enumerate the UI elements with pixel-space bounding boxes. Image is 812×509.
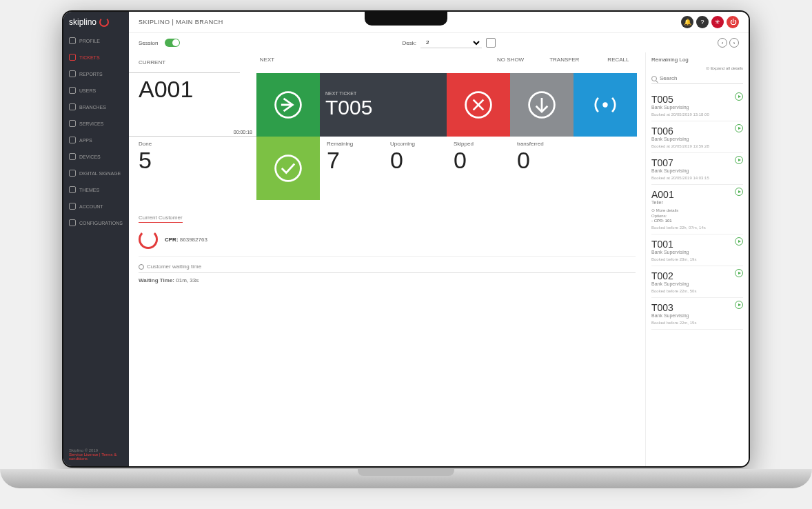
card-number: T001 [651, 239, 743, 250]
sidebar-item-devices[interactable]: DEVICES [63, 148, 129, 165]
call-button[interactable] [735, 92, 743, 101]
stat-skipped: Skipped 0 [447, 137, 510, 200]
customer-avatar-icon [139, 230, 158, 249]
next-ticket-value: T005 [325, 96, 372, 119]
stat-transferred: transferred 0 [510, 137, 574, 200]
card-service: Bank Supervising [651, 168, 743, 173]
next-ticket-panel: NEXT TICKET T005 [320, 73, 447, 137]
session-toggle[interactable] [165, 39, 180, 47]
card-number: T005 [651, 94, 743, 105]
customer-row: CPR: 863982763 [139, 230, 636, 257]
header-noshow: NO SHOW [484, 52, 538, 73]
sidebar-item-branches[interactable]: BRANCHES [63, 99, 129, 115]
sidebar-item-reports[interactable]: REPORTS [63, 66, 129, 82]
noshow-button[interactable] [447, 73, 510, 137]
card-service: Teller [651, 200, 743, 205]
sidebar: skiplino PROFILETICKETSREPORTSUSERSBRANC… [63, 12, 129, 466]
nav-icon [69, 120, 76, 127]
card-number: T003 [651, 302, 743, 313]
card-number: A001 [651, 189, 743, 200]
call-button[interactable] [735, 188, 743, 196]
nav-icon [69, 170, 76, 177]
next-button[interactable] [256, 73, 320, 137]
desk-label: Desk: [403, 40, 416, 46]
card-time: Booked before 23m, 19s [651, 257, 743, 261]
arrow-down-icon [526, 89, 558, 121]
stat-remaining: Remaining 7 [320, 137, 383, 200]
card-number: T002 [651, 270, 743, 281]
card-number: T007 [651, 157, 743, 168]
clock-icon [139, 264, 144, 270]
footer-links[interactable]: Service Licence | Terms & conditions [69, 452, 123, 461]
current-ticket: A001 00:00:18 [129, 73, 256, 137]
notifications-icon[interactable]: 🔔 [681, 16, 693, 28]
check-icon [272, 152, 304, 184]
transfer-button[interactable] [510, 73, 574, 137]
call-button[interactable] [735, 269, 743, 277]
breadcrumb: SKIPLINO | MAIN BRANCH [139, 19, 223, 26]
sidebar-item-users[interactable]: USERS [63, 82, 129, 99]
card-time: Booked at 20/05/2019 14:03:15 [651, 176, 743, 180]
svg-point-8 [276, 156, 301, 181]
sidebar-item-digital-signage[interactable]: DIGITAL SIGNAGE [63, 165, 129, 181]
call-button[interactable] [735, 156, 743, 164]
sidebar-item-apps[interactable]: APPS [63, 132, 129, 148]
nav-icon [69, 186, 76, 193]
remaining-title: Remaining Log [651, 57, 689, 63]
card-service: Bank Supervising [651, 105, 743, 110]
current-value: A001 [139, 76, 247, 103]
search-icon [651, 76, 657, 81]
nav-icon [69, 103, 76, 110]
ticket-card: T001Bank SupervisingBooked before 23m, 1… [651, 234, 743, 266]
language-icon[interactable]: ✳ [711, 16, 724, 28]
card-service: Bank Supervising [651, 313, 743, 318]
card-time: Booked at 20/05/2019 13:18:00 [651, 112, 743, 117]
brand: skiplino [63, 12, 129, 32]
nav-next-icon[interactable]: › [729, 38, 739, 48]
call-button[interactable] [735, 237, 743, 246]
stat-upcoming: Upcoming 0 [383, 137, 447, 200]
session-label: Session [139, 40, 158, 46]
header-current: CURRENT [129, 52, 240, 73]
waiting-time-value: 01m, 33s [176, 277, 199, 283]
card-number: T006 [651, 126, 743, 137]
search-input[interactable] [660, 75, 743, 81]
broadcast-icon [589, 89, 621, 121]
sidebar-footer: Skiplino © 2019 Service Licence | Terms … [63, 443, 129, 466]
current-timer: 00:00:18 [234, 130, 252, 134]
header-transfer: TRANSFER [538, 52, 591, 73]
desk-select[interactable]: 2 [420, 37, 482, 48]
customer-cpr: 863982763 [180, 237, 207, 243]
stat-done: Done 5 [129, 137, 256, 200]
print-icon[interactable] [486, 38, 496, 48]
remaining-log: Remaining Log ⊙ Expand all details T005B… [645, 52, 749, 466]
sidebar-item-services[interactable]: SERVICES [63, 115, 129, 132]
brand-logo-icon [99, 17, 109, 27]
done-button[interactable] [256, 137, 320, 200]
svg-point-7 [602, 102, 607, 107]
sidebar-item-configurations[interactable]: CONFIGURATIONS [63, 214, 129, 231]
card-details-link[interactable]: ⊙ More details [651, 208, 743, 212]
card-service: Bank Supervising [651, 137, 743, 141]
nav-prev-icon[interactable]: ‹ [718, 38, 727, 48]
search-box[interactable] [651, 73, 743, 84]
call-button[interactable] [735, 301, 743, 309]
nav-icon [69, 87, 76, 94]
nav-icon [69, 54, 76, 61]
sidebar-item-profile[interactable]: PROFILE [63, 32, 129, 49]
brand-text: skiplino [69, 17, 97, 27]
sidebar-item-account[interactable]: ACCOUNT [63, 198, 129, 214]
nav: PROFILETICKETSREPORTSUSERSBRANCHESSERVIC… [63, 32, 129, 443]
expand-all-button[interactable]: ⊙ Expand all details [651, 66, 743, 70]
power-icon[interactable]: ⏻ [727, 16, 739, 28]
call-button[interactable] [735, 124, 743, 132]
ticket-card: T007Bank SupervisingBooked at 20/05/2019… [651, 153, 743, 185]
help-icon[interactable]: ? [696, 16, 709, 28]
close-icon [463, 89, 494, 121]
ticket-card: T003Bank SupervisingBooked before 22m, 1… [651, 298, 743, 330]
sidebar-item-themes[interactable]: THEMES [63, 181, 129, 198]
card-time: Booked before 22m, 15s [651, 321, 743, 325]
sidebar-item-tickets[interactable]: TICKETS [63, 49, 129, 66]
nav-icon [69, 219, 76, 226]
recall-button[interactable] [574, 73, 637, 137]
